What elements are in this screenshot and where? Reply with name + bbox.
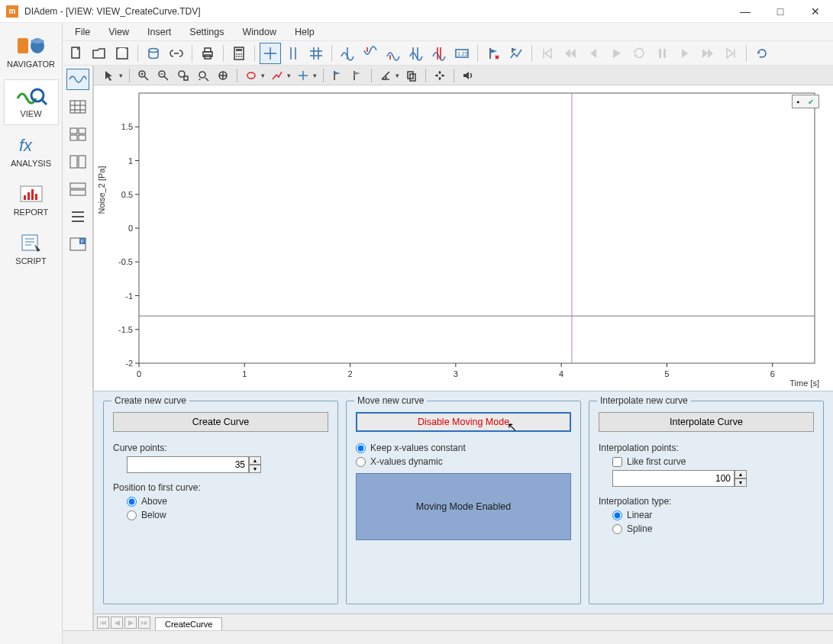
grid-cursor-button[interactable] [305, 43, 327, 64]
layout-rows-button[interactable] [66, 179, 89, 200]
trend-tool-button[interactable] [268, 67, 286, 84]
menu-insert[interactable]: Insert [140, 25, 179, 39]
create-curve-button[interactable]: Create Curve [113, 412, 328, 432]
module-view[interactable]: VIEW [4, 79, 59, 125]
dropdown-icon[interactable]: ▾ [287, 72, 291, 79]
band-cursor-button[interactable] [283, 43, 304, 64]
dropdown-icon[interactable]: ▾ [313, 72, 317, 79]
sideband-cursor-button[interactable] [428, 43, 450, 64]
tab-createcurve[interactable]: CreateCurve [155, 617, 222, 631]
minimize-button[interactable]: ― [728, 0, 763, 23]
flag-clear-tool-button[interactable] [348, 67, 366, 84]
svg-point-78 [199, 72, 205, 78]
panel-title: Interpolate new curve [597, 395, 691, 406]
like-first-curve-checkbox[interactable]: Like first curve [612, 456, 814, 467]
module-navigator[interactable]: NAVIGATOR [4, 31, 59, 75]
crosshair-cursor-button[interactable] [260, 43, 281, 64]
chart-area[interactable]: Noise_2 [Pa] Time [s] ▪✔ -2-1.5-1-0.500.… [94, 85, 833, 391]
spin-up-button[interactable]: ▲ [249, 456, 261, 465]
interp-points-label: Interpolation points: [599, 443, 814, 453]
min-cursor-button[interactable] [360, 43, 381, 64]
control-first-button[interactable] [537, 43, 558, 64]
spin-down-button[interactable]: ▼ [735, 478, 747, 487]
dropdown-icon[interactable]: ▾ [261, 72, 265, 79]
calculator-button[interactable] [228, 43, 250, 64]
flag-chart-button[interactable] [505, 43, 527, 64]
tab-last-button[interactable]: ⏭ [138, 617, 150, 629]
save-file-button[interactable] [111, 43, 133, 64]
menu-settings[interactable]: Settings [182, 25, 231, 39]
data-portal-button[interactable] [143, 43, 164, 64]
disable-moving-mode-button[interactable]: Disable Moving Mode [356, 412, 571, 432]
numeric-cursor-button[interactable]: 1.23 [451, 43, 473, 64]
svg-rect-89 [139, 93, 815, 363]
layout-waveform-button[interactable] [66, 69, 89, 90]
dropdown-icon[interactable]: ▾ [396, 72, 399, 79]
xmode-constant-radio[interactable]: Keep x-values constant [356, 443, 571, 453]
new-file-button[interactable] [66, 43, 87, 64]
autoscale-button[interactable] [431, 67, 449, 84]
tab-first-button[interactable]: ⏮ [97, 617, 109, 629]
interpolate-curve-button[interactable]: Interpolate Curve [599, 412, 814, 432]
create-curve-panel: Create new curve Create Curve Curve poin… [103, 401, 338, 604]
menu-file[interactable]: File [67, 25, 98, 39]
control-stepfwd-button[interactable] [674, 43, 696, 64]
maximize-button[interactable]: □ [763, 0, 798, 23]
interp-linear-radio[interactable]: Linear [612, 510, 814, 520]
menu-view[interactable]: View [101, 25, 137, 39]
module-report[interactable]: REPORT [4, 179, 59, 223]
curve-cursor-button[interactable] [337, 43, 358, 64]
svg-text:-1: -1 [125, 291, 133, 301]
open-file-button[interactable] [89, 43, 110, 64]
module-analysis[interactable]: fx ANALYSIS [4, 130, 59, 174]
interp-points-input[interactable] [612, 470, 735, 487]
svg-text:4: 4 [559, 369, 563, 378]
zoom-fit-button[interactable] [214, 67, 232, 84]
tab-prev-button[interactable]: ◀ [111, 617, 123, 629]
zoom-select-button[interactable] [174, 67, 192, 84]
position-above-radio[interactable]: Above [127, 496, 328, 507]
interp-spline-radio[interactable]: Spline [612, 523, 814, 534]
pointer-tool-button[interactable] [100, 67, 118, 84]
control-play-button[interactable] [605, 43, 627, 64]
copy-tool-button[interactable] [402, 67, 421, 84]
zoom-pan-button[interactable] [194, 67, 212, 84]
control-loop-button[interactable] [628, 43, 650, 64]
harmonic-cursor-button[interactable] [405, 43, 427, 64]
marker-tool-button[interactable] [294, 67, 312, 84]
layout-list-button[interactable] [66, 206, 89, 227]
flag-set-tool-button[interactable] [328, 67, 347, 84]
refresh-button[interactable] [751, 43, 773, 64]
menu-window[interactable]: Window [234, 25, 283, 39]
module-script[interactable]: SCRIPT [4, 227, 59, 272]
layout-columns-button[interactable] [66, 151, 89, 172]
control-rewind-button[interactable] [560, 43, 581, 64]
control-fastfwd-button[interactable] [697, 43, 718, 64]
zoom-out-button[interactable] [154, 67, 173, 84]
speaker-button[interactable] [459, 67, 477, 84]
tab-next-button[interactable]: ▶ [124, 617, 137, 629]
xmode-dynamic-radio[interactable]: X-values dynamic [356, 456, 571, 467]
script-link-button[interactable] [166, 43, 187, 64]
max-cursor-button[interactable] [383, 43, 404, 64]
svg-rect-62 [70, 190, 86, 195]
chart-legend[interactable]: ▪✔ [792, 95, 819, 108]
position-below-radio[interactable]: Below [127, 510, 328, 520]
spin-up-button[interactable]: ▲ [735, 470, 747, 478]
layout-2x2-button[interactable] [66, 124, 89, 145]
close-button[interactable]: ✕ [798, 0, 833, 23]
control-last-button[interactable] [720, 43, 741, 64]
print-button[interactable] [197, 43, 218, 64]
shape-tool-button[interactable] [242, 67, 260, 84]
control-stepback-button[interactable] [583, 43, 604, 64]
zoom-in-button[interactable] [134, 67, 153, 84]
angle-tool-button[interactable] [376, 67, 395, 84]
layout-table-button[interactable] [66, 96, 89, 118]
spin-down-button[interactable]: ▼ [249, 465, 261, 473]
dropdown-icon[interactable]: ▾ [119, 72, 123, 79]
control-pause-button[interactable] [651, 43, 673, 64]
layout-form-button[interactable]: F [66, 233, 89, 255]
menu-help[interactable]: Help [287, 25, 322, 39]
curve-points-input[interactable] [127, 456, 249, 473]
flag-set-button[interactable] [483, 43, 504, 64]
